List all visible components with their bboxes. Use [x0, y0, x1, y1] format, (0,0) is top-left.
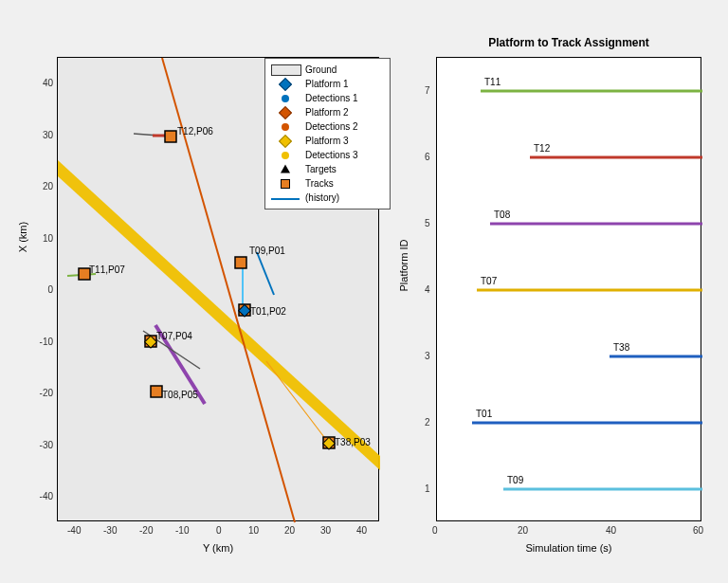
history-t09 — [257, 252, 274, 295]
legend-label: Targets — [305, 162, 337, 176]
legend-row: Platform 3 — [271, 134, 384, 148]
yt: 20 — [34, 181, 53, 191]
yt-r: 3 — [425, 351, 430, 361]
legend-row: Platform 2 — [271, 105, 384, 119]
yt-r: 5 — [425, 218, 430, 228]
legend-row: Ground — [271, 63, 384, 77]
assign-ylabel: Platform ID — [398, 209, 410, 322]
assign-xlabel: Simulation time (s) — [436, 542, 701, 554]
yt: 10 — [34, 233, 53, 244]
xt: 40 — [356, 525, 367, 536]
yt: 30 — [34, 130, 53, 140]
map-xlabel: Y (km) — [57, 542, 379, 554]
yt: 0 — [34, 284, 53, 295]
xt: -30 — [103, 525, 117, 536]
xt-r: 20 — [518, 525, 528, 536]
legend-label: Detections 1 — [305, 91, 358, 105]
xt: 0 — [216, 525, 222, 536]
label-t07: T07,P04 — [156, 331, 192, 341]
yt: 40 — [34, 78, 53, 88]
assign-label: T38 — [613, 342, 629, 353]
assign-label: T07 — [481, 276, 497, 286]
legend-label: Ground — [305, 63, 337, 77]
assign-title: Platform to Track Assignment — [436, 36, 701, 49]
xt-r: 40 — [606, 525, 616, 536]
yt-r: 4 — [425, 284, 430, 295]
legend-label: Platform 1 — [305, 77, 349, 91]
label-t08: T08,P05 — [162, 390, 198, 400]
xt: -40 — [67, 525, 81, 536]
xt: 30 — [320, 525, 331, 536]
yt: -10 — [34, 337, 53, 347]
svg-rect-0 — [235, 257, 246, 268]
yt-r: 7 — [425, 85, 430, 96]
yt: -30 — [34, 440, 53, 450]
xt: 10 — [248, 525, 259, 536]
label-t12: T12,P06 — [177, 126, 213, 137]
legend-row: (history) — [271, 191, 384, 205]
label-t09: T09,P01 — [249, 246, 285, 256]
map-ylabel: X (km) — [17, 190, 28, 284]
label-t11: T11,P07 — [89, 264, 125, 275]
assign-label: T09 — [507, 475, 523, 485]
legend-row: Detections 3 — [271, 148, 384, 162]
yt: -40 — [34, 491, 53, 501]
svg-rect-5 — [165, 131, 176, 142]
legend-label: Platform 2 — [305, 105, 349, 119]
xt: 20 — [284, 525, 295, 536]
label-t38: T38,P03 — [335, 437, 371, 447]
assign-axes: T11 T12 T08 T07 T38 T01 T09 — [436, 57, 701, 521]
legend-row: Detections 2 — [271, 119, 384, 134]
svg-rect-4 — [151, 386, 162, 397]
assign-plot-svg — [437, 58, 702, 522]
yt-r: 1 — [425, 483, 430, 494]
yt-r: 2 — [425, 417, 430, 428]
xt: -20 — [139, 525, 153, 536]
legend-row: Detections 1 — [271, 91, 384, 105]
xt-r: 0 — [432, 525, 438, 536]
legend-row: Targets — [271, 162, 384, 176]
assign-label: T08 — [494, 210, 510, 220]
map-legend: Ground Platform 1 Detections 1 Platform … — [264, 58, 391, 210]
yt: -20 — [34, 388, 53, 398]
legend-label: Detections 2 — [305, 119, 358, 134]
legend-label: (history) — [305, 191, 339, 205]
yt-r: 6 — [425, 152, 430, 162]
assign-label: T11 — [484, 77, 500, 87]
platform-diamonds — [145, 304, 336, 449]
matlab-figure: T09,P01 T01,P02 T38,P03 T07,P04 T08,P05 … — [0, 0, 728, 583]
xt-r: 60 — [693, 525, 703, 536]
label-t01: T01,P02 — [250, 306, 286, 317]
assign-label: T12 — [534, 143, 550, 154]
xt: -10 — [175, 525, 189, 536]
legend-row: Tracks — [271, 176, 384, 191]
legend-label: Tracks — [305, 176, 334, 191]
legend-label: Detections 3 — [305, 148, 358, 162]
legend-row: Platform 1 — [271, 77, 384, 91]
legend-label: Platform 3 — [305, 134, 349, 148]
assign-label: T01 — [476, 409, 492, 419]
